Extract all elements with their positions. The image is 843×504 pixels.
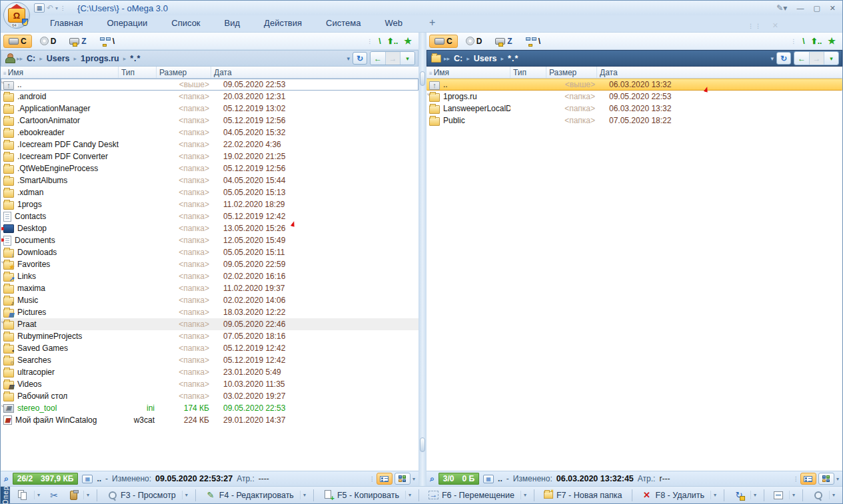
favorites-icon[interactable]: ★ [404, 36, 412, 46]
tab-Вид[interactable]: Вид [213, 15, 253, 32]
view-dropdown-icon[interactable]: ▾ [413, 476, 415, 482]
dropdown-caret-icon[interactable]: ▾ [182, 491, 191, 499]
file-row[interactable]: .android<папка>20.03.2020 12:31 [1, 91, 419, 103]
preview-icon[interactable]: ▦ [82, 475, 93, 483]
drive-button-Z[interactable]: Z [490, 35, 517, 48]
file-row[interactable]: .Icecream PDF Candy Desktop<папка>22.02.… [1, 138, 419, 150]
file-row[interactable]: ▦Мой файл WinCatalogw3cat224 КБ29.01.202… [1, 414, 419, 426]
splitter-handle[interactable] [420, 71, 425, 86]
tab-Главная[interactable]: Главная [38, 15, 95, 32]
minimize-button[interactable]: — [796, 4, 804, 12]
drive-button-C[interactable]: C [3, 35, 32, 48]
up-dir-icon[interactable]: ⬆.. [387, 37, 399, 46]
file-row[interactable]: Public<папка>07.05.2020 18:22 [426, 115, 842, 126]
view-grid-button[interactable] [818, 473, 834, 485]
pane-splitter[interactable] [419, 33, 426, 486]
status-magnifier-icon[interactable]: ⌕ [430, 474, 434, 483]
breadcrumb-dropdown-icon[interactable]: ▾ [347, 55, 350, 62]
column-header-Имя[interactable]: ≡Имя [426, 67, 510, 78]
root-icon[interactable]: \ [802, 37, 804, 46]
file-row[interactable]: ↗Links<папка>02.02.2020 16:16 [1, 270, 419, 282]
file-row[interactable]: ♪Music<папка>02.02.2020 14:06 [1, 294, 419, 306]
dropdown-caret-icon[interactable]: ▾ [710, 491, 719, 499]
file-row[interactable]: .ApplicationManager<папка>05.12.2019 13:… [1, 103, 419, 115]
layout-icon[interactable]: ▦ [34, 3, 45, 13]
f5-button[interactable]: F5 - Копировать [319, 489, 404, 502]
file-row[interactable]: .ebookreader<папка>04.05.2020 15:32 [1, 126, 419, 138]
paste-dropdown-icon[interactable]: ▾ [83, 491, 92, 499]
panels-button[interactable] [769, 490, 788, 501]
f7-button[interactable]: F7 - Новая папка [539, 489, 627, 501]
file-row[interactable]: ▪Saved Games<папка>05.12.2019 12:42 [1, 342, 419, 354]
drive-button-C[interactable]: C [429, 35, 458, 48]
qat-dropdown-icon[interactable]: ▾ [55, 5, 58, 11]
file-row[interactable]: Documents<папка>12.05.2020 15:49 [1, 234, 419, 246]
sync-dropdown-icon[interactable]: ▾ [750, 491, 759, 499]
view-list-button[interactable] [800, 473, 816, 485]
favorites-icon[interactable]: ★ [828, 36, 836, 46]
column-header-Дата[interactable]: Дата [211, 67, 419, 78]
file-row[interactable]: 1progs<папка>11.02.2020 18:29 [1, 198, 419, 210]
column-header-Размер[interactable]: Размер [156, 67, 211, 78]
tab-Список[interactable]: Список [159, 15, 212, 32]
app-menu-button[interactable]: Ω 64 [3, 2, 30, 29]
f6-button[interactable]: →F6 - Перемещение [424, 489, 519, 501]
file-row[interactable]: maxima<папка>11.02.2020 19:37 [1, 282, 419, 294]
tab-Операции[interactable]: Операции [95, 15, 159, 32]
breadcrumb-dropdown-icon[interactable]: ▾ [770, 55, 774, 62]
panels-dropdown-icon[interactable]: ▾ [789, 491, 798, 499]
cut-button[interactable]: ✂ [44, 489, 64, 502]
view-grid-button[interactable] [395, 473, 411, 485]
close-button[interactable]: ✕ [830, 4, 836, 13]
splitter-handle[interactable] [420, 437, 425, 452]
breadcrumb-item-C[interactable]: C: [24, 53, 38, 65]
refresh-button[interactable]: ↻ [776, 52, 791, 65]
paste-button[interactable] [65, 489, 82, 501]
breadcrumb-filter[interactable]: *.* [127, 53, 143, 65]
column-header-Дата[interactable]: Дата [596, 67, 842, 78]
operations-side-tab[interactable]: Опер [1, 487, 10, 503]
file-row[interactable]: ▦Pictures<папка>18.03.2020 12:22 [1, 306, 419, 318]
undo-icon[interactable]: ↶ [47, 3, 53, 13]
f3-button[interactable]: F3 - Просмотр [102, 489, 181, 502]
column-header-Тип[interactable]: Тип [118, 67, 156, 78]
refresh-button[interactable]: ↻ [353, 52, 367, 65]
file-row[interactable]: .xdman<папка>05.05.2020 15:13 [1, 186, 419, 198]
file-row[interactable]: чPraat<папка>09.05.2020 22:46 [1, 318, 419, 330]
column-header-Имя[interactable]: ≡Имя [1, 67, 118, 78]
back-button[interactable]: ← [794, 52, 809, 65]
search-dropdown-icon[interactable]: ▾ [829, 491, 838, 499]
restore-button[interactable]: ▢ [813, 4, 820, 13]
tab-Система[interactable]: Система [314, 15, 373, 32]
drive-button-D[interactable]: D [460, 35, 488, 48]
dropdown-caret-icon[interactable]: ▾ [300, 491, 309, 499]
file-row[interactable]: ultracopier<папка>23.01.2020 5:49 [1, 366, 419, 378]
tab-Web[interactable]: Web [373, 15, 415, 32]
column-header-Тип[interactable]: Тип [510, 67, 546, 78]
root-icon[interactable]: \ [379, 37, 381, 46]
file-row[interactable]: ↑..<выше>06.03.2020 13:32 [426, 79, 842, 91]
history-dropdown-button[interactable]: ▾ [824, 52, 838, 65]
tab-new-plus[interactable]: + [415, 15, 450, 32]
file-row[interactable]: Contacts<папка>05.12.2019 12:42 [1, 210, 419, 222]
copy-button[interactable] [13, 489, 33, 502]
view-dropdown-icon[interactable]: ▾ [836, 476, 839, 482]
sync-button[interactable]: ↻ [729, 489, 749, 502]
tab-Действия[interactable]: Действия [252, 15, 314, 32]
breadcrumb-filter[interactable]: *.* [505, 53, 521, 65]
file-row[interactable]: .Icecream PDF Converter<папка>19.02.2020… [1, 150, 419, 162]
style-selector-icon[interactable]: ✎▾ [776, 3, 787, 13]
copy-dropdown-icon[interactable]: ▾ [34, 491, 43, 499]
forward-button[interactable]: → [809, 52, 824, 65]
file-row[interactable]: ч1progs.ru<папка>09.05.2020 22:53 [426, 91, 842, 103]
drive-button-D[interactable]: D [35, 35, 62, 48]
breadcrumb-item-1progsru[interactable]: 1progs.ru [78, 53, 122, 65]
f4-button[interactable]: ✎F4 - Редактировать [201, 489, 299, 502]
dropdown-caret-icon[interactable]: ▾ [520, 491, 529, 499]
file-row[interactable]: ч★Favorites<папка>09.05.2020 22:59 [1, 258, 419, 270]
file-row[interactable]: .CartoonAnimator<папка>05.12.2019 12:56 [1, 115, 419, 126]
file-row[interactable]: .QtWebEngineProcess<папка>05.12.2019 12:… [1, 162, 419, 174]
drive-button-net[interactable]: \ [520, 35, 546, 48]
file-row[interactable]: ч↑..<выше>09.05.2020 22:53 [1, 79, 419, 91]
drive-button-Z[interactable]: Z [64, 35, 91, 48]
